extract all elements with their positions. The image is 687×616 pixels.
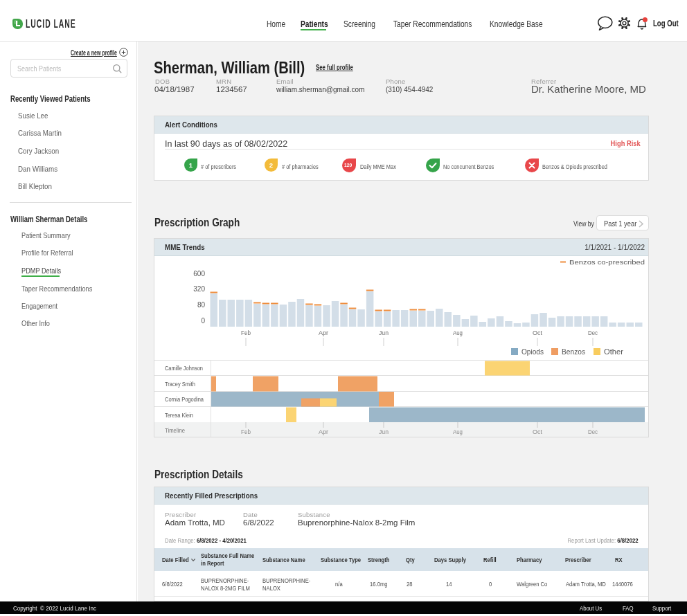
svg-text:Benzos co-prescribed: Benzos co-prescribed [569,258,645,266]
svg-text:Oct: Oct [533,329,542,336]
svg-text:Tracey Smith: Tracey Smith [165,380,195,388]
svg-text:Aug: Aug [453,428,463,435]
svg-text:Timeline: Timeline [165,426,185,434]
svg-text:Teresa Klein: Teresa Klein [165,411,193,419]
svg-text:Apr: Apr [319,428,328,435]
svg-text:Cornia Pogodina: Cornia Pogodina [165,395,204,403]
svg-text:Aug: Aug [453,329,463,336]
svg-text:Apr: Apr [319,329,328,336]
svg-text:0: 0 [201,317,205,325]
svg-text:Jun: Jun [379,428,389,435]
svg-text:Feb: Feb [241,428,251,435]
svg-text:Other: Other [604,348,624,356]
svg-text:Feb: Feb [241,329,251,336]
svg-text:Jun: Jun [379,329,389,336]
svg-text:80: 80 [197,301,206,309]
svg-text:320: 320 [193,285,205,293]
svg-text:600: 600 [193,270,205,278]
svg-text:Benzos: Benzos [562,348,585,356]
svg-text:Camille Johnson: Camille Johnson [165,364,203,372]
svg-text:Opiods: Opiods [521,348,544,356]
svg-text:Dec: Dec [588,329,598,336]
svg-text:Oct: Oct [533,428,542,435]
svg-text:Dec: Dec [588,428,598,435]
